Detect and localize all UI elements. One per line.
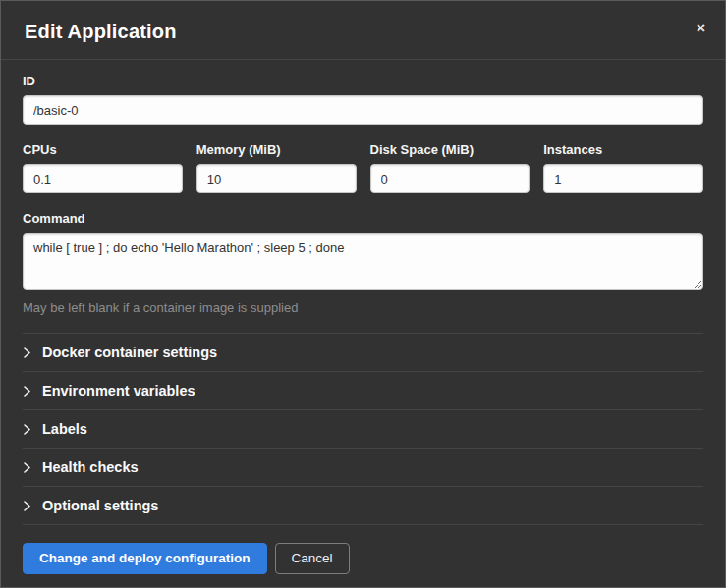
section-label: Environment variables xyxy=(42,383,195,399)
memory-field-group: Memory (MiB) xyxy=(196,142,357,193)
memory-label: Memory (MiB) xyxy=(196,142,357,157)
chevron-right-icon xyxy=(23,385,36,398)
cpus-label: CPUs xyxy=(23,142,183,157)
command-field-group: Command while [ true ] ; do echo 'Hello … xyxy=(23,211,703,315)
disk-input[interactable] xyxy=(370,164,531,193)
section-docker-container-settings[interactable]: Docker container settings xyxy=(23,333,703,371)
modal-footer: Change and deploy configuration Cancel xyxy=(1,532,725,587)
change-and-deploy-button[interactable]: Change and deploy configuration xyxy=(23,543,267,574)
section-label: Docker container settings xyxy=(42,345,217,360)
section-environment-variables[interactable]: Environment variables xyxy=(23,371,703,409)
cancel-button[interactable]: Cancel xyxy=(275,543,350,574)
cpus-field-group: CPUs xyxy=(23,142,183,193)
resource-fields-row: CPUs Memory (MiB) Disk Space (MiB) Insta… xyxy=(23,142,703,193)
chevron-right-icon xyxy=(23,423,36,436)
close-icon[interactable]: × xyxy=(693,17,709,40)
modal-header: Edit Application × xyxy=(1,1,725,60)
section-labels[interactable]: Labels xyxy=(23,409,703,448)
disk-field-group: Disk Space (MiB) xyxy=(370,142,531,193)
instances-field-group: Instances xyxy=(543,142,703,193)
edit-application-modal: Edit Application × ID CPUs Memory (MiB) … xyxy=(0,0,726,588)
section-label: Health checks xyxy=(42,459,139,475)
chevron-right-icon xyxy=(23,500,36,512)
chevron-right-icon xyxy=(23,347,36,359)
memory-input[interactable] xyxy=(196,164,357,193)
cpus-input[interactable] xyxy=(23,164,183,193)
collapsible-sections: Docker container settings Environment va… xyxy=(23,333,703,525)
section-label: Labels xyxy=(42,421,87,437)
id-label: ID xyxy=(23,74,703,88)
section-health-checks[interactable]: Health checks xyxy=(23,448,703,486)
instances-label: Instances xyxy=(543,142,703,157)
modal-body: ID CPUs Memory (MiB) Disk Space (MiB) In… xyxy=(1,60,725,532)
page-title: Edit Application xyxy=(25,21,701,43)
command-help-text: May be left blank if a container image i… xyxy=(23,300,703,315)
disk-label: Disk Space (MiB) xyxy=(370,142,531,157)
command-input[interactable]: while [ true ] ; do echo 'Hello Marathon… xyxy=(23,233,703,290)
section-label: Optional settings xyxy=(42,498,158,513)
command-label: Command xyxy=(23,211,703,226)
chevron-right-icon xyxy=(23,461,36,474)
id-input[interactable] xyxy=(23,95,703,125)
instances-input[interactable] xyxy=(543,164,703,193)
section-optional-settings[interactable]: Optional settings xyxy=(23,486,703,524)
id-field-group: ID xyxy=(23,74,703,125)
